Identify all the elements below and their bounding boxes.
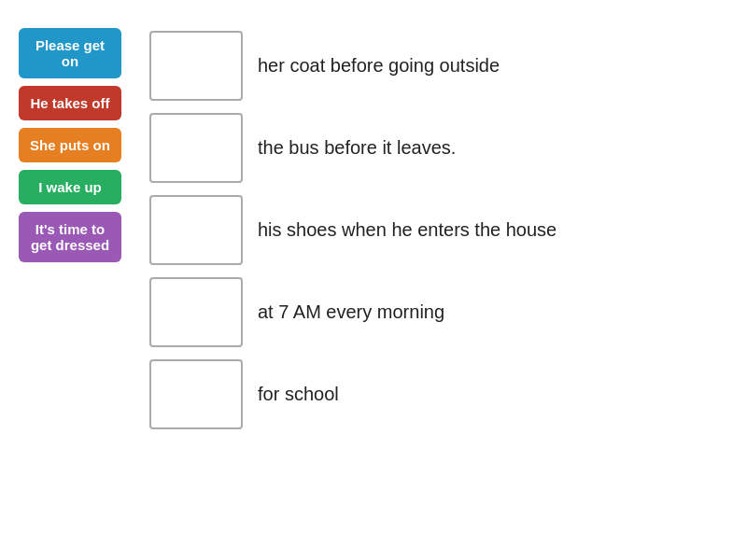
match-text-2: the bus before it leaves. xyxy=(258,135,456,161)
btn-5[interactable]: It's time to get dressed xyxy=(19,212,121,262)
btn-3[interactable]: She puts on xyxy=(19,128,121,162)
btn-4[interactable]: I wake up xyxy=(19,170,121,204)
match-row-1: her coat before going outside xyxy=(149,28,728,103)
drop-box-4[interactable] xyxy=(149,277,243,347)
btn-1[interactable]: Please get on xyxy=(19,28,121,78)
match-text-5: for school xyxy=(258,382,339,407)
match-row-4: at 7 AM every morning xyxy=(149,274,728,349)
drop-box-1[interactable] xyxy=(149,31,243,101)
drop-box-3[interactable] xyxy=(149,195,243,265)
match-text-3: his shoes when he enters the house xyxy=(258,217,557,243)
main-container: Please get onHe takes offShe puts onI wa… xyxy=(0,0,747,560)
matches-column: her coat before going outsidethe bus bef… xyxy=(149,28,728,431)
drop-box-2[interactable] xyxy=(149,113,243,183)
match-text-1: her coat before going outside xyxy=(258,53,500,78)
match-row-3: his shoes when he enters the house xyxy=(149,192,728,267)
match-row-5: for school xyxy=(149,357,728,431)
phrases-column: Please get onHe takes offShe puts onI wa… xyxy=(19,28,121,262)
drop-box-5[interactable] xyxy=(149,359,243,429)
btn-2[interactable]: He takes off xyxy=(19,86,121,120)
match-text-4: at 7 AM every morning xyxy=(258,300,444,325)
match-row-2: the bus before it leaves. xyxy=(149,110,728,185)
